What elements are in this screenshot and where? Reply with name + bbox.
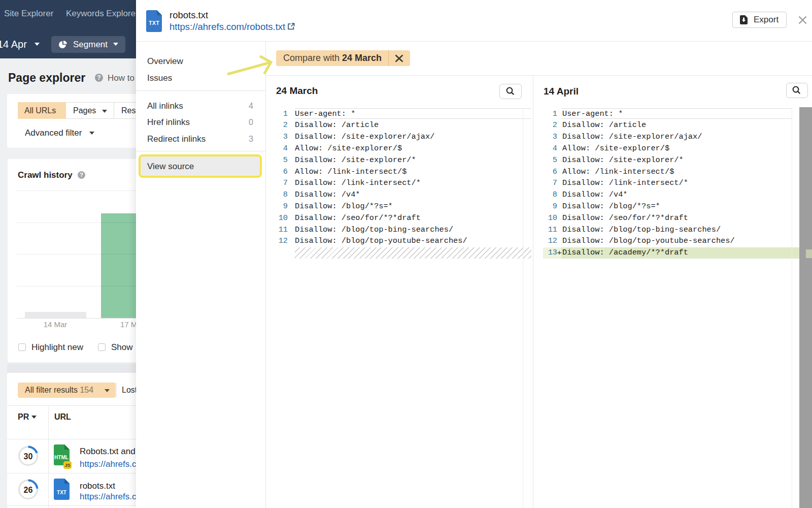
svg-text:30: 30 [24, 452, 33, 461]
svg-text:TXT: TXT [149, 20, 159, 26]
svg-text:HTML: HTML [54, 455, 69, 460]
svg-text:TXT: TXT [57, 490, 66, 495]
svg-text:26: 26 [24, 486, 33, 494]
svg-text:JS: JS [64, 463, 70, 468]
